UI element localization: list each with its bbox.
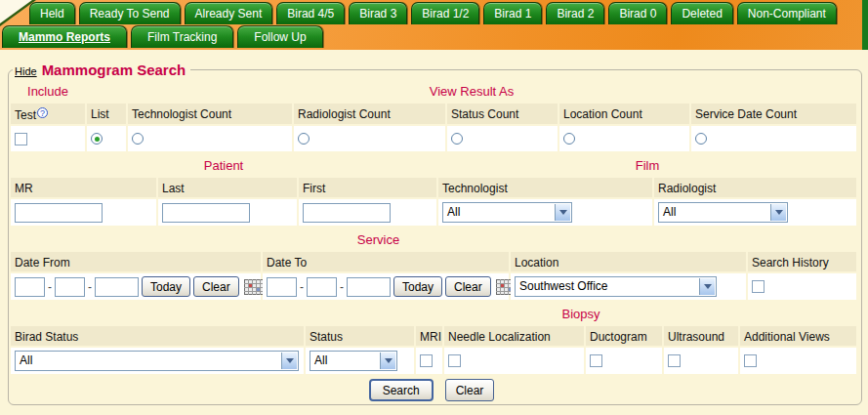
mr-input[interactable] — [15, 203, 103, 223]
checkbox-mri[interactable] — [420, 354, 433, 367]
patient-film-table: Patient Film MR Last First Technologist … — [11, 156, 861, 226]
radio-status-count[interactable] — [451, 133, 463, 145]
radio-list[interactable] — [91, 133, 103, 145]
technologist-count-label: Technologist Count — [128, 104, 292, 124]
radiologist-count-label: Radiologist Count — [294, 104, 445, 124]
action-button-row: Search Clear — [11, 379, 852, 401]
corner-wedge — [0, 0, 32, 23]
service-table: Service Date From Date To Location Searc… — [11, 230, 861, 300]
date-from-today-button[interactable]: Today — [142, 276, 190, 297]
status-select[interactable]: All — [310, 351, 397, 371]
biopsy-table: Biopsy Birad Status Status MRI Needle Lo… — [11, 305, 861, 374]
radiologist-select[interactable]: All — [658, 202, 788, 223]
birad-status-cell: All — [11, 348, 304, 374]
date-from-year-input[interactable] — [95, 277, 139, 297]
tab-follow-up[interactable]: Follow Up — [237, 25, 322, 48]
location-count-cell — [559, 126, 689, 151]
search-button[interactable]: Search — [369, 379, 434, 401]
location-select[interactable]: Southwest Office — [515, 276, 717, 297]
tab-birad-3[interactable]: Birad 3 — [349, 2, 407, 24]
mammogram-search-panel: HideMammogram Search Include View Result… — [8, 62, 862, 405]
biopsy-header: Biopsy — [306, 305, 856, 324]
needle-localization-cell — [444, 348, 584, 374]
technologist-label: Technologist — [438, 178, 652, 197]
mr-label: MR — [11, 178, 156, 197]
date-from-month-input[interactable] — [15, 277, 45, 297]
header-bar: Held Ready To Send Already Sent Birad 4/… — [0, 0, 868, 50]
date-from-clear-button[interactable]: Clear — [193, 276, 239, 297]
technologist-count-cell — [128, 126, 292, 151]
checkbox-ductogram[interactable] — [590, 354, 602, 367]
date-to-today-button[interactable]: Today — [393, 276, 442, 297]
mr-cell — [11, 199, 156, 226]
location-label: Location — [511, 252, 746, 271]
tab-birad-2[interactable]: Birad 2 — [546, 2, 604, 24]
list-column-label: List — [87, 104, 126, 124]
date-to-cell: -- Today Clear — [263, 273, 509, 300]
date-from-day-input[interactable] — [55, 277, 85, 297]
checkbox-ultrasound[interactable] — [668, 354, 681, 367]
hide-link[interactable]: Hide — [15, 65, 37, 77]
date-to-month-input[interactable] — [267, 277, 297, 297]
calendar-icon[interactable] — [244, 279, 264, 295]
header-spacer — [11, 305, 304, 324]
ductogram-cell — [586, 348, 662, 374]
technologist-cell: All — [438, 199, 652, 226]
radio-service-date-count[interactable] — [695, 133, 707, 145]
first-label: First — [299, 178, 436, 197]
panel-legend: HideMammogram Search — [13, 62, 190, 78]
date-to-clear-button[interactable]: Clear — [445, 276, 491, 297]
checkbox-search-history[interactable] — [752, 280, 765, 293]
ductogram-label: Ductogram — [586, 326, 662, 346]
tab-non-compliant[interactable]: Non-Compliant — [737, 2, 837, 24]
chevron-down-icon — [555, 204, 570, 221]
radio-radiologist-count[interactable] — [298, 133, 310, 145]
tab-birad-0[interactable]: Birad 0 — [608, 2, 667, 24]
technologist-select[interactable]: All — [442, 202, 572, 223]
date-to-label: Date To — [263, 252, 509, 271]
location-cell: Southwest Office — [511, 273, 746, 300]
chevron-down-icon — [380, 353, 395, 369]
first-cell — [299, 199, 436, 226]
tab-film-tracking[interactable]: Film Tracking — [131, 25, 233, 48]
tab-mammo-reports[interactable]: Mammo Reports — [2, 25, 127, 48]
tab-birad-1-2[interactable]: Birad 1/2 — [411, 2, 479, 24]
date-to-year-input[interactable] — [347, 277, 391, 297]
tab-deleted[interactable]: Deleted — [671, 2, 732, 24]
birad-status-select[interactable]: All — [15, 351, 299, 371]
tab-already-sent[interactable]: Already Sent — [185, 2, 273, 24]
right-edge-strip — [862, 0, 868, 50]
clear-button[interactable]: Clear — [445, 379, 495, 401]
date-to-day-input[interactable] — [307, 277, 337, 297]
chevron-down-icon — [770, 204, 786, 221]
status-label: Status — [306, 326, 414, 346]
last-name-input[interactable] — [162, 203, 250, 223]
test-column-label: Test? — [11, 104, 85, 124]
checkbox-additional-views[interactable] — [744, 354, 757, 367]
radio-technologist-count[interactable] — [132, 133, 144, 145]
radio-location-count[interactable] — [563, 133, 575, 145]
date-from-label: Date From — [11, 252, 261, 271]
first-name-input[interactable] — [303, 203, 391, 223]
status-count-label: Status Count — [447, 104, 558, 124]
tab-held[interactable]: Held — [29, 2, 75, 24]
checkbox-test[interactable] — [15, 133, 27, 145]
checkbox-needle-localization[interactable] — [448, 354, 461, 367]
last-label: Last — [158, 178, 297, 197]
radiologist-label: Radiologist — [654, 178, 856, 197]
patient-header: Patient — [11, 156, 436, 176]
view-result-as-header: View Result As — [87, 82, 856, 102]
tab-ready-to-send[interactable]: Ready To Send — [79, 2, 181, 24]
tab-birad-4-5[interactable]: Birad 4/5 — [276, 2, 345, 24]
mri-label: MRI — [416, 326, 442, 346]
tab-birad-1[interactable]: Birad 1 — [483, 2, 542, 24]
birad-status-label: Birad Status — [11, 326, 304, 346]
test-cell — [11, 126, 85, 151]
panel-title: Mammogram Search — [42, 62, 186, 78]
help-icon[interactable]: ? — [37, 107, 48, 118]
list-cell — [87, 126, 126, 151]
status-tab-bar: Held Ready To Send Already Sent Birad 4/… — [29, 2, 837, 24]
service-header: Service — [11, 230, 746, 250]
ultrasound-cell — [664, 348, 738, 374]
module-tab-bar: Mammo Reports Film Tracking Follow Up — [2, 25, 323, 48]
